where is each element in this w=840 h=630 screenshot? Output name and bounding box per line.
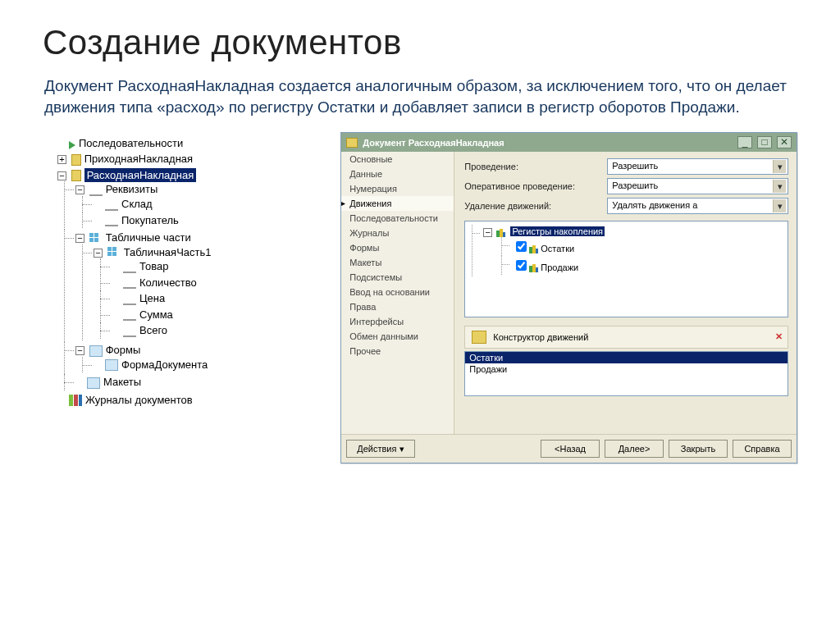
expand-toggle[interactable]: −	[75, 185, 84, 194]
tree-item[interactable]: Последовательности	[79, 137, 183, 149]
attribute-icon	[105, 199, 118, 211]
tree-item[interactable]: Формы	[106, 344, 141, 356]
attribute-icon	[123, 277, 136, 289]
journals-icon	[69, 395, 82, 406]
slide-description: Документ РасходнаяНакладная создается ан…	[44, 75, 797, 117]
nav-item[interactable]: Нумерация	[341, 181, 454, 196]
movements-list[interactable]: Остатки Продажи	[464, 351, 788, 396]
label-delete-movements: Удаление движений:	[464, 201, 599, 211]
form-icon	[105, 359, 118, 371]
register-icon	[529, 263, 538, 272]
tree-item[interactable]: Склад	[121, 198, 153, 210]
tree-item[interactable]: Товар	[139, 260, 168, 272]
document-icon	[71, 154, 81, 166]
help-button[interactable]: Справка	[733, 440, 792, 458]
register-item[interactable]: Остатки	[541, 244, 574, 253]
nav-item[interactable]: Последовательности	[341, 211, 454, 226]
minimize-button[interactable]: _	[737, 136, 752, 148]
tabsection-icon	[89, 233, 103, 244]
tree-item[interactable]: Журналы документов	[85, 394, 193, 406]
wizard-close-icon[interactable]: ✕	[775, 331, 783, 342]
tree-item[interactable]: ПриходнаяНакладная	[84, 153, 193, 165]
wizard-bar[interactable]: Конструктор движений ✕	[464, 326, 788, 349]
attributes-icon	[89, 185, 103, 196]
nav-item[interactable]: Основные	[341, 152, 454, 167]
nav-item[interactable]: Формы	[341, 240, 454, 255]
nav-item[interactable]: Интерфейсы	[341, 314, 454, 329]
tree-item[interactable]: Количество	[139, 276, 197, 289]
expand-toggle[interactable]: −	[57, 171, 66, 180]
register-checkbox[interactable]	[516, 260, 527, 271]
titlebar-icon	[346, 138, 358, 148]
tree-item[interactable]: Макеты	[103, 376, 141, 388]
tree-item[interactable]: ФормаДокумента	[121, 358, 208, 371]
combo-delete-movements[interactable]: Удалять движения а	[607, 198, 788, 214]
attribute-icon	[123, 326, 136, 337]
sequence-icon	[69, 141, 75, 149]
configurator-tree: Последовательности + ПриходнаяНакладная …	[43, 132, 317, 408]
tree-item[interactable]: Реквизиты	[106, 183, 158, 195]
nav-item-current[interactable]: Движения	[341, 196, 454, 211]
close-button[interactable]: Закрыть	[669, 440, 728, 458]
titlebar[interactable]: Документ РасходнаяНакладная _ □ ✕	[341, 133, 797, 152]
wizard-icon	[472, 331, 486, 344]
expand-toggle[interactable]: −	[483, 228, 492, 237]
forms-icon	[89, 345, 103, 357]
registers-tree-box: − Регистры накопления Остатки Продажи	[464, 221, 788, 317]
tree-item[interactable]: ТабличнаяЧасть1	[124, 246, 212, 258]
register-item[interactable]: Продажи	[541, 262, 578, 272]
next-button[interactable]: Далее>	[605, 440, 664, 458]
combo-operative-posting[interactable]: Разрешить	[607, 178, 788, 194]
nav-item[interactable]: Журналы	[341, 226, 454, 240]
document-properties-dialog: Документ РасходнаяНакладная _ □ ✕ Основн…	[340, 132, 797, 463]
nav-item[interactable]: Прочее	[341, 344, 454, 358]
attribute-icon	[123, 294, 136, 305]
nav-item[interactable]: Права	[341, 299, 454, 314]
nav-item[interactable]: Данные	[341, 167, 454, 181]
templates-icon	[87, 377, 100, 389]
combo-posting[interactable]: Разрешить	[607, 158, 788, 175]
list-item-selected[interactable]: Остатки	[465, 352, 788, 363]
registers-root-icon	[496, 228, 505, 237]
register-checkbox[interactable]	[516, 241, 527, 252]
slide-title: Создание документов	[43, 23, 797, 62]
dialog-nav: Основные Данные Нумерация Движения После…	[341, 152, 454, 434]
nav-item[interactable]: Ввод на основании	[341, 285, 454, 299]
tree-item[interactable]: Табличные части	[106, 231, 191, 244]
titlebar-title: Документ РасходнаяНакладная	[363, 138, 733, 148]
tree-item[interactable]: Всего	[139, 324, 167, 336]
nav-item[interactable]: Подсистемы	[341, 270, 454, 285]
expand-toggle[interactable]: −	[75, 234, 84, 243]
expand-toggle[interactable]: −	[94, 249, 103, 258]
attribute-icon	[123, 262, 136, 273]
list-item[interactable]: Продажи	[465, 363, 788, 375]
actions-button[interactable]: Действия	[346, 440, 414, 458]
tree-item[interactable]: Сумма	[139, 308, 173, 321]
back-button[interactable]: <Назад	[541, 440, 600, 458]
label-operative-posting: Оперативное проведение:	[464, 181, 599, 191]
tree-item[interactable]: Цена	[139, 292, 165, 304]
register-icon	[529, 244, 538, 253]
dialog-footer: Действия <Назад Далее> Закрыть Справка	[341, 434, 797, 463]
attribute-icon	[105, 215, 118, 226]
document-icon	[71, 170, 81, 181]
close-button[interactable]: ✕	[777, 136, 792, 148]
wizard-label: Конструктор движений	[493, 332, 588, 342]
expand-toggle[interactable]: −	[75, 346, 84, 355]
tree-item[interactable]: Покупатель	[121, 214, 179, 226]
maximize-button[interactable]: □	[757, 136, 772, 148]
attribute-icon	[123, 309, 136, 321]
registers-root[interactable]: Регистры накопления	[510, 226, 605, 236]
label-posting: Проведение:	[464, 162, 599, 171]
nav-item[interactable]: Обмен данными	[341, 329, 454, 344]
tabsection-icon	[107, 247, 121, 258]
expand-toggle[interactable]: +	[57, 155, 66, 164]
tree-item-selected[interactable]: РасходнаяНакладная	[84, 168, 197, 182]
nav-item[interactable]: Макеты	[341, 255, 454, 270]
